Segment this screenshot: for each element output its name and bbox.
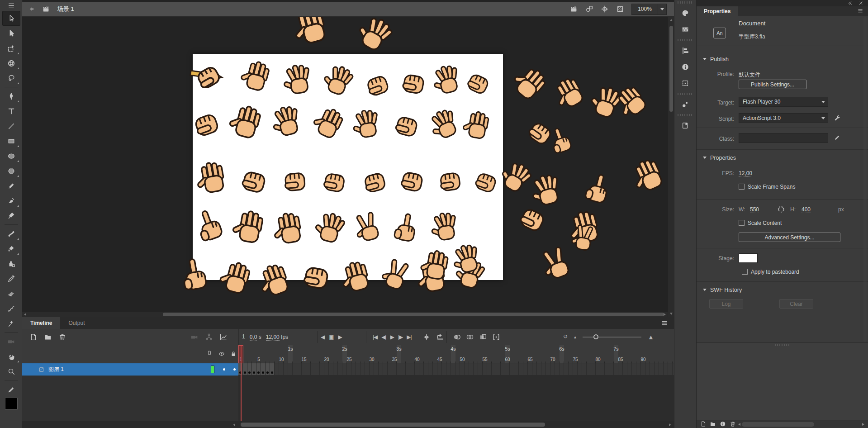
chevron-down-icon[interactable] xyxy=(658,4,666,14)
layer-lock-dot[interactable] xyxy=(233,368,236,371)
asset-warp-tool[interactable] xyxy=(2,301,20,316)
tab-timeline[interactable]: Timeline xyxy=(22,317,60,329)
layer-visibility-dot[interactable] xyxy=(223,368,225,371)
line-tool[interactable] xyxy=(2,119,20,133)
scale-content-checkbox[interactable] xyxy=(739,220,745,226)
layer-row[interactable]: 图层 1 xyxy=(22,363,238,376)
fps-value[interactable]: 12,00 xyxy=(739,170,752,177)
bone-tool[interactable] xyxy=(2,226,20,241)
keyframe-cell[interactable] xyxy=(261,363,266,375)
scroll-down-icon[interactable] xyxy=(670,313,673,315)
onion-skin-outlines-icon[interactable] xyxy=(466,333,474,341)
frame-graph-icon[interactable] xyxy=(219,333,228,341)
step-forward-one-icon[interactable]: |▶ xyxy=(398,334,403,340)
zoom-level-dropdown[interactable]: 100% xyxy=(631,4,667,15)
tab-output[interactable]: Output xyxy=(60,317,93,329)
new-folder-icon[interactable] xyxy=(44,333,52,341)
current-frame-value[interactable]: 1 xyxy=(242,333,245,340)
scrollbar-thumb[interactable] xyxy=(163,313,664,316)
frame-ruler[interactable]: 1510152025303540455055606570758085901s2s… xyxy=(238,345,674,363)
hand-tool[interactable] xyxy=(2,349,20,364)
visibility-column-icon[interactable] xyxy=(218,351,225,357)
back-icon[interactable] xyxy=(28,6,35,12)
pin-tool[interactable] xyxy=(2,316,20,331)
clip-content-icon[interactable] xyxy=(616,5,624,13)
outline-column-icon[interactable] xyxy=(207,350,212,356)
frame-row[interactable] xyxy=(238,363,674,376)
pencil-tool[interactable] xyxy=(2,178,20,193)
step-forward-icon[interactable]: ▶ xyxy=(338,334,342,340)
new-folder-icon[interactable] xyxy=(710,421,716,427)
scroll-right-icon[interactable] xyxy=(669,423,671,426)
edit-symbols-icon[interactable] xyxy=(585,5,593,13)
new-symbol-icon[interactable] xyxy=(700,421,707,427)
scale-frame-spans-checkbox[interactable] xyxy=(739,184,745,190)
stroke-color[interactable] xyxy=(2,382,20,397)
center-stage-icon[interactable] xyxy=(601,5,609,13)
slider-knob[interactable] xyxy=(593,334,598,339)
scroll-left-icon[interactable] xyxy=(738,423,740,426)
stage-color-swatch[interactable] xyxy=(739,253,758,263)
fill-color-swatch[interactable] xyxy=(5,398,18,409)
library-scrollbar-thumb[interactable] xyxy=(742,422,814,427)
canvas-vertical-scrollbar[interactable] xyxy=(668,17,674,317)
publish-settings-button[interactable]: Publish Settings... xyxy=(739,80,806,89)
color-panel-button[interactable] xyxy=(674,5,696,21)
oval-tool[interactable] xyxy=(2,148,20,163)
width-value[interactable]: 550 xyxy=(750,206,759,213)
keyframe-cell[interactable] xyxy=(252,363,256,375)
layer-parenting-icon[interactable] xyxy=(205,333,213,341)
lasso-tool[interactable] xyxy=(2,71,20,86)
ink-bottle-tool[interactable] xyxy=(2,256,20,271)
reset-timeline-zoom-icon[interactable]: ↺ xyxy=(563,333,568,340)
item-properties-icon[interactable] xyxy=(720,421,726,427)
close-icon[interactable] xyxy=(858,0,863,6)
play-icon[interactable]: ▶ xyxy=(390,334,394,340)
keyframe-cell[interactable] xyxy=(247,363,252,375)
dock-grip[interactable] xyxy=(678,1,693,4)
library-panel-button[interactable] xyxy=(674,118,696,134)
scrollbar-thumb[interactable] xyxy=(241,423,545,427)
scene-breadcrumb[interactable]: 场景 1 xyxy=(57,5,74,13)
edit-class-icon[interactable] xyxy=(834,134,840,141)
timeline-zoom-slider[interactable] xyxy=(583,334,641,340)
apply-to-pasteboard-checkbox[interactable] xyxy=(742,269,748,275)
modify-markers-icon[interactable] xyxy=(492,333,500,341)
eraser-tool[interactable] xyxy=(2,286,20,301)
script-dropdown[interactable]: ActionScript 3.0 xyxy=(739,113,828,123)
loop-playback-icon[interactable]: ▣ xyxy=(329,334,333,340)
timeline-zoom-in-icon[interactable]: ▲ xyxy=(648,333,654,341)
keyframe-cell[interactable] xyxy=(266,363,270,375)
scrollbar-thumb[interactable] xyxy=(669,26,673,112)
dock-grip[interactable] xyxy=(678,39,693,41)
playhead-handle[interactable] xyxy=(238,345,243,363)
subselection-tool[interactable] xyxy=(2,26,20,41)
panel-scrollbar[interactable] xyxy=(863,17,867,342)
polystar-tool[interactable] xyxy=(2,163,20,178)
advanced-settings-button[interactable]: Advanced Settings... xyxy=(739,233,840,242)
art-brush-tool[interactable] xyxy=(2,193,20,208)
text-tool[interactable] xyxy=(2,104,20,119)
timeline-menu-icon[interactable] xyxy=(660,319,669,327)
zoom-tool[interactable] xyxy=(2,364,20,379)
edit-multiple-frames-icon[interactable] xyxy=(479,333,487,341)
layer-outline-color[interactable] xyxy=(211,366,214,373)
info-panel-button[interactable] xyxy=(674,59,696,75)
keyframe-cell[interactable] xyxy=(270,363,275,375)
step-back-icon[interactable]: ◀ xyxy=(321,334,324,340)
loop-range-icon[interactable] xyxy=(436,333,444,341)
timeline-zoom-out-icon[interactable]: ▴ xyxy=(574,334,576,339)
canvas[interactable] xyxy=(22,17,668,317)
properties-section-header[interactable]: Properties xyxy=(703,155,736,161)
pen-tool[interactable] xyxy=(2,89,20,104)
class-input[interactable] xyxy=(739,133,828,143)
paint-brush-tool[interactable] xyxy=(2,208,20,223)
free-transform-tool[interactable] xyxy=(2,41,20,56)
delete-layer-icon[interactable] xyxy=(58,333,66,341)
scroll-left-icon[interactable] xyxy=(24,313,26,316)
3d-rotation-tool[interactable] xyxy=(2,56,20,71)
toolbar-menu[interactable] xyxy=(2,0,20,11)
layer-name[interactable]: 图层 1 xyxy=(48,366,64,373)
publish-section-header[interactable]: Publish xyxy=(703,56,729,62)
onion-skin-icon[interactable] xyxy=(453,333,461,341)
